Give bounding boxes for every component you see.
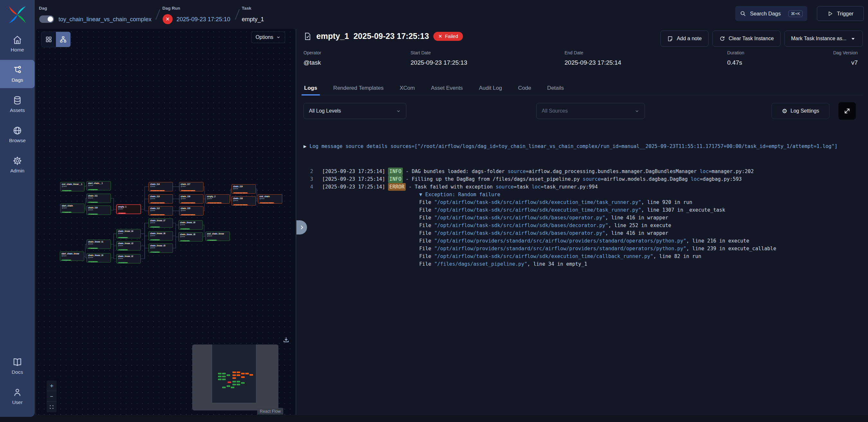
play-icon (827, 10, 833, 17)
graph-node-start_chain[interactable]: start_chain@task✓ success (60, 204, 85, 213)
graph-node-chain_t15[interactable]: chain_t15@task⤴ upstream_failed (179, 206, 204, 215)
graph-node-chain_linear_t9[interactable]: chain_linear_t9@task✓ success (179, 220, 203, 230)
graph-node-chain_t17[interactable]: chain_t17@task⤴ upstream_failed (179, 182, 204, 191)
node-status-badge: ⤴ upstream_failed (181, 202, 195, 204)
node-operator: @task (62, 207, 83, 209)
minimap-node (232, 377, 236, 379)
graph-node-chain_t10[interactable]: chain_t10@task✓ success (87, 206, 111, 215)
meta-dag-version: Dag Versionv7 (833, 50, 858, 66)
sidebar-item-docs[interactable]: Docs (0, 352, 35, 380)
sidebar-item-home[interactable]: Home (0, 30, 35, 58)
minimap-node (237, 374, 240, 376)
node-status-badge: ⤴ upstream_failed (207, 202, 222, 204)
graph-node-start_chain__1[interactable]: start_chain__1@task✓ success (87, 181, 111, 190)
graph-node-chain_t19[interactable]: chain_t19@task⤴ upstream_failed (231, 184, 256, 193)
graph-node-chain_linear_t0[interactable]: chain_linear_t0@task✓ success (87, 253, 111, 263)
fullscreen-log-button[interactable] (838, 102, 856, 120)
sidebar-item-label: Dags (11, 77, 23, 83)
stack-frame: File "/opt/airflow/task-sdk/src/airflow/… (419, 199, 864, 206)
log-controls-row: All Log Levels All Sources ⚙ Log Setting… (302, 102, 863, 120)
node-status-badge: ✓ success (180, 229, 190, 230)
graph-node-chain_linear_t2[interactable]: chain_linear_t2@task✓ success (116, 254, 141, 264)
node-operator: @task (118, 257, 139, 259)
graph-node-empty_2[interactable]: empty_2@task⤴ upstream_failed (206, 194, 230, 204)
tab-details[interactable]: Details (547, 81, 564, 95)
node-status-badge: ✓ success (180, 240, 190, 242)
tab-xcom[interactable]: XCom (399, 81, 415, 95)
breadcrumb-dag-run-value[interactable]: 2025-09-23 17:25:10 (177, 16, 230, 23)
clear-task-instance-button[interactable]: Clear Task Instance (712, 31, 780, 47)
toggle-knob (48, 17, 53, 22)
graph-node-chain_t12[interactable]: chain_t12@task⤴ upstream_failed (149, 206, 173, 215)
zoom-in-button[interactable]: ＋ (46, 381, 57, 391)
graph-view-button[interactable] (56, 32, 70, 47)
trigger-button[interactable]: Trigger (817, 6, 864, 21)
tab-asset-events[interactable]: Asset Events (430, 81, 463, 95)
dag-pause-toggle[interactable] (39, 16, 54, 23)
graph-node-chain_linear_t1[interactable]: chain_linear_t1@task✓ success (87, 240, 111, 249)
fit-view-icon (49, 404, 54, 410)
breadcrumb-dag-name[interactable]: toy_chain_linear_vs_chain_complex (59, 16, 151, 23)
graph-node-chain_linear_t4[interactable]: chain_linear_t4@task✓ success (116, 229, 141, 238)
graph-node-chain_linear_t5[interactable]: chain_linear_t5@task✓ success (149, 243, 173, 253)
download-graph-button[interactable] (280, 334, 292, 345)
add-a-note-button[interactable]: Add a note (660, 31, 708, 47)
sidebar-item-browse[interactable]: Browse (0, 120, 35, 149)
minimap-node (227, 385, 230, 387)
tab-code[interactable]: Code (517, 81, 532, 95)
minimap-node (237, 371, 240, 373)
graph-node-chain_t16[interactable]: chain_t16@task⤴ upstream_failed (179, 194, 204, 204)
graph-node-chain_linear_t8[interactable]: chain_linear_t8@task✓ success (179, 232, 203, 242)
stack-frame: File "/opt/airflow/task-sdk/src/airflow/… (419, 252, 864, 260)
zoom-out-button[interactable]: － (46, 391, 57, 402)
breadcrumb-separator (235, 9, 240, 20)
log-level-select[interactable]: All Log Levels (304, 103, 406, 119)
graph-node-chain_t11[interactable]: chain_t11@task✓ success (87, 193, 111, 203)
graph-node-end_chain_linear[interactable]: end_chain_linear@task✓ success (206, 232, 230, 241)
graph-node-chain_t18[interactable]: chain_t18@task⤴ upstream_failed (231, 196, 256, 206)
log-level-badge: ERROR (388, 183, 406, 191)
log-source-details-line[interactable]: ▶ Log message source details sources=["/… (304, 143, 864, 150)
node-operator: @task (233, 200, 254, 201)
minimap-node (232, 371, 236, 373)
graph-node-chain_linear_t3[interactable]: chain_linear_t3@task✓ success (116, 241, 141, 250)
node-status-badge: ⤴ upstream_failed (233, 192, 248, 194)
stack-frame: File "/opt/airflow/task-sdk/src/airflow/… (419, 229, 864, 237)
graph-node-chain_linear_t7[interactable]: chain_linear_t7@task✓ success (149, 218, 173, 228)
node-operator: @task (150, 198, 172, 200)
sidebar-item-admin[interactable]: Admin (0, 151, 35, 179)
sidebar-item-dags[interactable]: Dags (0, 60, 35, 88)
graph-minimap[interactable] (192, 344, 278, 411)
fit-view-button[interactable] (46, 402, 57, 412)
tab-rendered-templates[interactable]: Rendered Templates (333, 81, 384, 95)
airflow-logo[interactable] (0, 0, 35, 30)
search-dags-button[interactable]: Search Dags ⌘+K (735, 6, 807, 21)
sidebar-item-user[interactable]: User (0, 382, 35, 411)
minimap-node (218, 379, 221, 380)
graph-node-end_chain[interactable]: end_chain@task⤴ upstream_failed (258, 194, 282, 204)
graph-node-end_chain_linear__1[interactable]: end_chain_linear__1@task✓ success (60, 182, 85, 191)
exception-title[interactable]: ▼ Exception: Random failure (419, 191, 864, 199)
graph-node-chain_t13[interactable]: chain_t13@task⤴ upstream_failed (149, 194, 173, 204)
breadcrumb-dag-run-label: Dag Run (162, 6, 180, 10)
graph-options-button[interactable]: Options (251, 32, 285, 43)
mark-task-instance-as-button[interactable]: Mark Task Instance as... (784, 31, 863, 47)
graph-node-empty_1[interactable]: empty_1@task✕ failed (116, 205, 141, 214)
tab-logs[interactable]: Logs (304, 81, 318, 95)
assets-icon (12, 95, 22, 105)
node-operator: @task (207, 235, 228, 237)
sidebar: HomeDagsAssetsBrowseAdmin DocsUser (0, 0, 35, 417)
tab-audit-log[interactable]: Audit Log (478, 81, 503, 95)
graph-node-chain_t14[interactable]: chain_t14@task⤴ upstream_failed (149, 182, 173, 191)
graph-node-start_chain_linear[interactable]: start_chain_linear@task✓ success (60, 251, 84, 261)
grid-view-button[interactable] (41, 32, 56, 47)
log-settings-button[interactable]: ⚙ Log Settings (772, 103, 830, 119)
log-source-select[interactable]: All Sources (536, 103, 645, 119)
node-status-badge: ✓ success (150, 227, 160, 228)
sidebar-item-assets[interactable]: Assets (0, 90, 35, 118)
breadcrumb-separator (156, 9, 160, 20)
graph-node-chain_linear_t6[interactable]: chain_linear_t6@task✓ success (149, 231, 173, 241)
docs-icon (12, 357, 22, 367)
admin-icon (12, 156, 22, 165)
note-icon (667, 36, 673, 42)
